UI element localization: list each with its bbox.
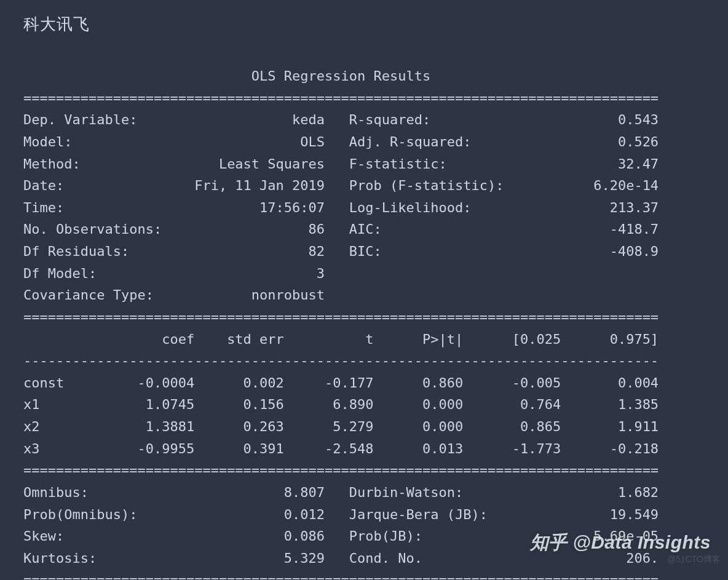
page-heading: 科大讯飞 (23, 11, 705, 37)
ols-report-block: OLS Regression Results =================… (23, 65, 705, 580)
